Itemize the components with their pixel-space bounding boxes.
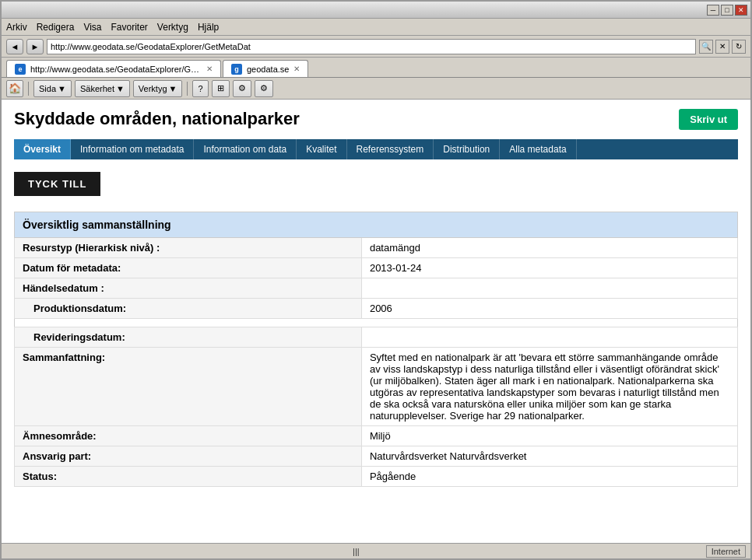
sida-button[interactable]: Sida ▼ [33,80,72,97]
table-cell-label: Ansvarig part: [15,446,362,467]
table-row: Ämnesområde:Miljö [15,426,738,446]
menu-bar: Arkiv Redigera Visa Favoriter Verktyg Hj… [2,19,750,36]
table-cell-value: Naturvårdsverket Naturvårdsverket [361,446,737,467]
table-row: Produktionsdatum:2006 [15,299,738,319]
address-input[interactable] [47,39,696,54]
menu-arkiv[interactable]: Arkiv [6,22,27,33]
table-cell-value [361,278,737,299]
sakerhet-button[interactable]: Säkerhet ▼ [75,80,130,97]
menu-favoriter[interactable]: Favoriter [111,22,148,33]
sakerhet-label: Säkerhet [80,84,114,93]
table-cell-value: datamängd [361,238,737,258]
menu-redigera[interactable]: Redigera [37,22,75,33]
compat-button[interactable]: ⊞ [212,80,230,97]
table-cell-label: Ämnesområde: [15,426,362,446]
address-bar: ◄ ► 🔍 ✕ ↻ [2,36,750,58]
tools2-icon: ⚙ [238,83,246,93]
write-button[interactable]: Skriv ut [679,109,738,130]
toolbar-sep-2 [187,82,188,96]
sida-chevron: ▼ [58,84,66,93]
table-cell-value: Miljö [361,426,737,446]
table-cell-value: Syftet med en nationalpark är att 'bevar… [361,348,737,426]
status-center: ||| [6,547,706,556]
tab-favicon-0: e [15,64,26,75]
toolbar-sep-1 [28,82,29,96]
back-button[interactable]: ◄ [6,39,23,54]
table-cell-value [361,327,737,348]
table-empty-row [15,319,738,327]
status-bar: ||| Internet [2,543,750,558]
gear-icon: ⚙ [260,83,268,93]
summary-table: Översiktlig sammanställning Resurstyp (H… [14,212,738,487]
gear-button[interactable]: ⚙ [255,80,273,97]
status-right: Internet [706,545,746,558]
table-row: Ansvarig part:Naturvårdsverket Naturvård… [15,446,738,467]
table-cell-label: Sammanfattning: [15,348,362,426]
tab-close-0[interactable]: ✕ [206,65,213,73]
table-row: Status:Pågående [15,467,738,487]
table-row: Revideringsdatum: [15,327,738,348]
go-icon[interactable]: ↻ [732,40,746,54]
table-cell-label: Revideringsdatum: [15,327,362,348]
tyck-till-button[interactable]: TYCK TILL [14,172,100,196]
page-title: Skyddade områden, nationalparker [14,109,300,129]
tab-favicon-1: g [231,64,242,75]
table-cell-label: Händelsedatum : [15,278,362,299]
tab-label-0: http://www.geodata.se/GeodataExplorer/Ge… [30,65,202,74]
tab-referenssystem[interactable]: Referenssystem [347,139,434,159]
tab-information-om-metadata[interactable]: Information om metadata [71,139,194,159]
menu-visa[interactable]: Visa [83,22,101,33]
maximize-button[interactable]: □ [721,5,733,16]
page-content: Skyddade områden, nationalparker Skriv u… [2,100,750,496]
status-zone: Internet [706,545,746,558]
address-icons: 🔍 ✕ ↻ [699,40,746,54]
stop-icon[interactable]: ✕ [715,40,729,54]
title-bar: ─ □ ✕ [2,2,750,19]
table-cell-value: Pågående [361,467,737,487]
table-cell-label: Produktionsdatum: [15,299,362,319]
browser-tab-1[interactable]: g geodata.se ✕ [223,60,308,77]
table-row: Resurstyp (Hierarkisk nivå) :datamängd [15,238,738,258]
compat-icon: ⊞ [217,83,224,93]
title-bar-buttons: ─ □ ✕ [707,5,747,16]
table-row: Datum för metadata:2013-01-24 [15,258,738,278]
tab-kvalitet[interactable]: Kvalitet [297,139,346,159]
table-row: Händelsedatum : [15,278,738,299]
help-icon: ? [198,84,202,93]
tools2-button[interactable]: ⚙ [233,80,251,97]
table-row: Sammanfattning:Syftet med en nationalpar… [15,348,738,426]
page-tabs: Översikt Information om metadata Informa… [14,139,738,159]
menu-hjalp[interactable]: Hjälp [198,22,219,33]
forward-button[interactable]: ► [26,39,44,54]
tab-alla-metadata[interactable]: Alla metadata [500,139,576,159]
verktyg-label: Verktyg [139,84,167,93]
tab-information-om-data[interactable]: Information om data [194,139,297,159]
refresh-icon[interactable]: 🔍 [699,40,713,54]
verktyg-button[interactable]: Verktyg ▼ [133,80,183,97]
browser-window: ─ □ ✕ Arkiv Redigera Visa Favoriter Verk… [0,0,752,560]
page-header: Skyddade områden, nationalparker Skriv u… [14,109,738,130]
content-area: Skyddade områden, nationalparker Skriv u… [2,100,750,543]
table-cell-label: Datum för metadata: [15,258,362,278]
tab-label-1: geodata.se [247,65,289,74]
tab-oversikt[interactable]: Översikt [14,139,71,159]
sakerhet-chevron: ▼ [116,84,125,93]
verktyg-chevron: ▼ [169,84,177,93]
close-button[interactable]: ✕ [735,5,747,16]
table-cell-value: 2006 [361,299,737,319]
help-button[interactable]: ? [192,80,208,97]
minimize-button[interactable]: ─ [707,5,719,16]
tab-close-1[interactable]: ✕ [293,65,300,73]
table-cell-label: Status: [15,467,362,487]
tab-distribution[interactable]: Distribution [434,139,500,159]
sida-label: Sida [39,84,56,93]
table-section-header: Översiktlig sammanställning [15,212,738,238]
browser-tabs: e http://www.geodata.se/GeodataExplorer/… [2,58,750,78]
browser-tab-0[interactable]: e http://www.geodata.se/GeodataExplorer/… [6,60,221,77]
home-button[interactable]: 🏠 [6,80,23,97]
menu-verktyg[interactable]: Verktyg [157,22,188,33]
toolbar-bar: 🏠 Sida ▼ Säkerhet ▼ Verktyg ▼ ? ⊞ ⚙ ⚙ [2,78,750,100]
table-cell-value: 2013-01-24 [361,258,737,278]
table-cell-label: Resurstyp (Hierarkisk nivå) : [15,238,362,258]
